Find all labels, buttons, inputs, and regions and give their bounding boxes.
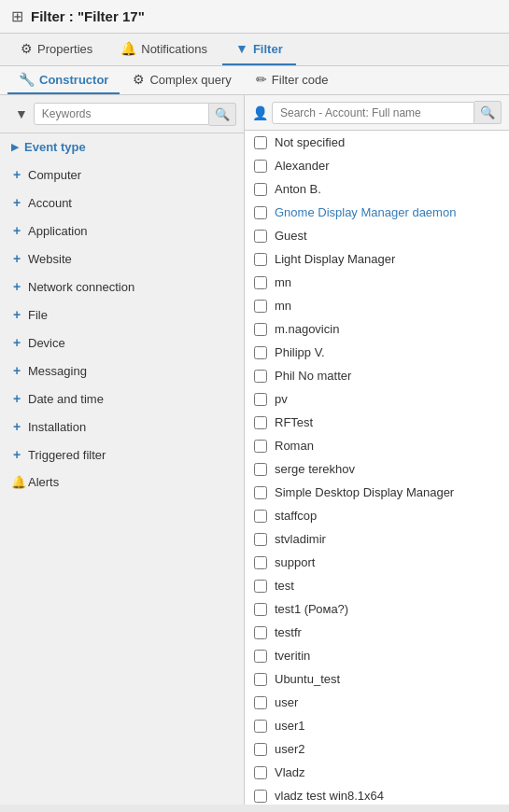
right-search-bar: 👤 🔍 xyxy=(245,95,509,131)
list-item[interactable]: pv xyxy=(245,387,509,411)
account-checkbox[interactable] xyxy=(254,603,267,616)
list-item[interactable]: mn xyxy=(245,271,509,294)
list-item[interactable]: Gnome Display Manager daemon xyxy=(245,201,509,224)
account-search-input[interactable] xyxy=(272,102,474,124)
tree-list: ▶ Event type + Computer + Account + Appl… xyxy=(0,133,244,496)
list-item[interactable]: Simple Desktop Display Manager xyxy=(245,481,509,504)
list-item[interactable]: Anton B. xyxy=(245,177,509,201)
tree-item-messaging[interactable]: + Messaging xyxy=(0,357,244,385)
list-item[interactable]: staffcop xyxy=(245,504,509,527)
account-checkbox[interactable] xyxy=(254,183,267,196)
tree-item-account[interactable]: + Account xyxy=(0,189,244,217)
list-item[interactable]: Not specified xyxy=(245,131,509,154)
tree-item-application[interactable]: + Application xyxy=(0,217,244,245)
account-label: staffcop xyxy=(275,509,317,523)
list-item[interactable]: stvladimir xyxy=(245,527,509,551)
list-item[interactable]: test xyxy=(245,574,509,597)
list-item[interactable]: testfr xyxy=(245,621,509,644)
account-checkbox[interactable] xyxy=(254,790,267,803)
list-item[interactable]: Guest xyxy=(245,224,509,247)
list-item[interactable]: Light Display Manager xyxy=(245,247,509,271)
account-checkbox[interactable] xyxy=(254,160,267,173)
list-item[interactable]: user2 xyxy=(245,737,509,761)
account-checkbox[interactable] xyxy=(254,626,267,639)
list-item[interactable]: Alexander xyxy=(245,154,509,177)
account-checkbox[interactable] xyxy=(254,230,267,243)
plus-icon: + xyxy=(11,419,22,434)
account-checkbox[interactable] xyxy=(254,440,267,453)
list-item[interactable]: RFTest xyxy=(245,411,509,434)
list-item[interactable]: Philipp V. xyxy=(245,341,509,364)
keywords-search-button[interactable]: 🔍 xyxy=(209,103,236,126)
account-checkbox[interactable] xyxy=(254,300,267,313)
account-label: test1 (Рома?) xyxy=(275,602,348,616)
tree-item-file[interactable]: + File xyxy=(0,301,244,329)
list-item[interactable]: test1 (Рома?) xyxy=(245,597,509,621)
account-label: Alexander xyxy=(275,159,330,173)
tree-item-computer[interactable]: + Computer xyxy=(0,161,244,189)
magnifier-right-icon: 🔍 xyxy=(480,105,495,119)
account-checkbox[interactable] xyxy=(254,696,267,709)
list-item[interactable]: Roman xyxy=(245,434,509,457)
tab-properties[interactable]: ⚙ Properties xyxy=(7,34,106,65)
bell-small-icon: 🔔 xyxy=(11,475,22,489)
account-checkbox[interactable] xyxy=(254,253,267,266)
sub-tab-complex-query[interactable]: ⚙ Complex query xyxy=(121,66,242,94)
account-checkbox[interactable] xyxy=(254,463,267,476)
account-checkbox[interactable] xyxy=(254,580,267,593)
list-item[interactable]: Vladz xyxy=(245,761,509,784)
tree-item-triggered-filter[interactable]: + Triggered filter xyxy=(0,441,244,469)
tree-item-network-connection[interactable]: + Network connection xyxy=(0,273,244,301)
list-item[interactable]: support xyxy=(245,551,509,574)
tree-item-installation[interactable]: + Installation xyxy=(0,413,244,441)
account-search-button[interactable]: 🔍 xyxy=(474,101,502,124)
list-item[interactable]: user1 xyxy=(245,714,509,737)
account-checkbox[interactable] xyxy=(254,720,267,733)
account-checkbox[interactable] xyxy=(254,556,267,569)
account-checkbox[interactable] xyxy=(254,206,267,219)
account-checkbox[interactable] xyxy=(254,276,267,289)
plus-icon: + xyxy=(11,335,22,350)
list-item[interactable]: vladz test win8.1x64 xyxy=(245,784,509,805)
account-label: testfr xyxy=(275,625,302,639)
tree-item-date-and-time[interactable]: + Date and time xyxy=(0,385,244,413)
tree-item-device[interactable]: + Device xyxy=(0,329,244,357)
tree-item-alerts[interactable]: 🔔 Alerts xyxy=(0,469,244,496)
list-item[interactable]: user xyxy=(245,691,509,714)
account-checkbox[interactable] xyxy=(254,766,267,779)
list-item[interactable]: tveritin xyxy=(245,644,509,667)
account-checkbox[interactable] xyxy=(254,323,267,336)
tab-notifications[interactable]: 🔔 Notifications xyxy=(107,34,220,65)
account-checkbox[interactable] xyxy=(254,486,267,499)
account-checkbox[interactable] xyxy=(254,673,267,686)
list-item[interactable]: serge terekhov xyxy=(245,457,509,481)
tab-filter[interactable]: ▼ Filter xyxy=(222,34,296,65)
account-label: Ubuntu_test xyxy=(275,672,340,686)
account-checkbox[interactable] xyxy=(254,416,267,429)
account-checkbox[interactable] xyxy=(254,346,267,359)
sub-tab-filter-code[interactable]: ✏ Filter code xyxy=(245,66,340,94)
sub-tab-constructor[interactable]: 🔧 Constructor xyxy=(7,66,120,94)
keywords-input[interactable] xyxy=(34,103,209,125)
account-label: user xyxy=(275,695,298,709)
account-checkbox[interactable] xyxy=(254,650,267,663)
plus-icon: + xyxy=(11,223,22,238)
tree-item-website[interactable]: + Website xyxy=(0,245,244,273)
list-item[interactable]: mn xyxy=(245,294,509,317)
list-item[interactable]: Phil No matter xyxy=(245,364,509,387)
list-item[interactable]: m.nagovicin xyxy=(245,317,509,341)
account-checkbox[interactable] xyxy=(254,743,267,756)
account-label: Vladz xyxy=(275,765,305,779)
account-label: user2 xyxy=(275,742,305,756)
account-label: tveritin xyxy=(275,649,310,663)
sub-tabs: 🔧 Constructor ⚙ Complex query ✏ Filter c… xyxy=(0,66,509,95)
account-label: test xyxy=(275,579,294,593)
account-checkbox[interactable] xyxy=(254,533,267,546)
tree-item-event-type[interactable]: ▶ Event type xyxy=(0,133,244,161)
account-checkbox[interactable] xyxy=(254,510,267,523)
account-checkbox[interactable] xyxy=(254,136,267,149)
list-item[interactable]: Ubuntu_test xyxy=(245,667,509,691)
account-checkbox[interactable] xyxy=(254,370,267,383)
account-checkbox[interactable] xyxy=(254,393,267,406)
wrench-icon: 🔧 xyxy=(19,72,35,87)
